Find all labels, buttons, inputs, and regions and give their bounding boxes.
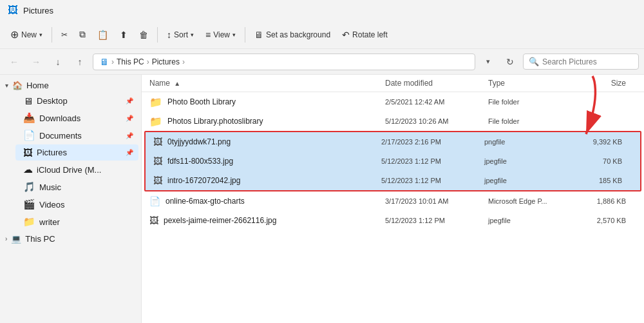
sidebar-group-this-pc[interactable]: › 💻 This PC xyxy=(0,231,141,246)
copy-button[interactable]: ⧉ xyxy=(74,26,91,43)
file-row[interactable]: 🖼 fdfs11-800x533.jpg 5/12/2023 1:12 PM j… xyxy=(146,152,640,171)
file-size: 9,392 KB xyxy=(574,138,632,146)
header-name[interactable]: Name ▲ xyxy=(149,79,385,88)
pin-icon: 📌 xyxy=(126,132,133,139)
sort-arrow-icon: ▲ xyxy=(174,80,180,87)
file-size: 1,886 KB xyxy=(578,197,636,205)
file-name: 0tyjjyyddwk71.png xyxy=(167,137,381,146)
file-name: Photo Booth Library xyxy=(167,97,385,106)
sidebar-item-label: iCloud Drive (M... xyxy=(37,165,101,175)
refresh-button[interactable]: ↻ xyxy=(501,53,519,71)
sidebar-item-label: Downloads xyxy=(39,113,80,123)
sort-chevron-icon: ▾ xyxy=(191,32,194,38)
file-type: pngfile xyxy=(484,138,574,146)
sidebar-item-label: Desktop xyxy=(37,96,68,106)
folder-icon: 📁 xyxy=(149,115,162,128)
sidebar-item-label: Music xyxy=(39,182,61,192)
delete-button[interactable]: 🗑 xyxy=(134,26,153,43)
cut-button[interactable]: ✂ xyxy=(56,27,73,43)
paste-icon: 📋 xyxy=(97,30,108,40)
sort-button[interactable]: ↕ Sort ▾ xyxy=(162,26,199,43)
home-icon: 🏠 xyxy=(12,81,23,90)
file-row[interactable]: 🖼 0tyjjyyddwk71.png 2/17/2023 2:16 PM pn… xyxy=(146,132,640,152)
address-path[interactable]: 🖥 › This PC › Pictures › xyxy=(93,54,475,70)
sidebar-item-downloads[interactable]: 📥 Downloads 📌 xyxy=(15,110,138,126)
view-button[interactable]: ≡ View ▾ xyxy=(200,26,241,43)
file-date: 3/17/2023 10:01 AM xyxy=(385,197,488,205)
dropdown-button[interactable]: ▾ xyxy=(479,53,497,71)
folder-icon: 📁 xyxy=(149,96,162,108)
file-size: 2,570 KB xyxy=(578,217,636,224)
view-icon: ≡ xyxy=(205,30,211,40)
sidebar-item-music[interactable]: 🎵 Music xyxy=(15,179,138,195)
file-date: 5/12/2023 1:12 PM xyxy=(381,177,484,184)
file-type: jpegfile xyxy=(488,217,578,224)
set-background-button[interactable]: 🖥 Set as background xyxy=(249,26,336,43)
header-type[interactable]: Type xyxy=(488,79,578,88)
view-chevron-icon: ▾ xyxy=(232,32,236,38)
breadcrumb-this-pc[interactable]: This PC xyxy=(117,57,144,66)
pdf-icon: 📄 xyxy=(149,196,160,206)
sidebar-item-desktop[interactable]: 🖥 Desktop 📌 xyxy=(15,93,138,109)
sidebar-item-label: writer xyxy=(39,217,60,227)
search-icon: 🔍 xyxy=(529,57,539,66)
pin-icon: 📌 xyxy=(126,97,133,104)
sidebar-item-videos[interactable]: 🎬 Videos xyxy=(15,196,138,213)
delete-icon: 🗑 xyxy=(139,30,148,40)
cut-icon: ✂ xyxy=(61,30,68,39)
back-button[interactable]: ← xyxy=(5,53,23,71)
search-input[interactable] xyxy=(542,57,633,66)
window-title: Pictures xyxy=(23,6,53,15)
set-background-icon: 🖥 xyxy=(254,30,263,40)
file-row[interactable]: 📁 Photos Library.photoslibrary 5/12/2023… xyxy=(142,112,644,131)
file-date: 2/5/2021 12:42 AM xyxy=(385,98,488,106)
down-button[interactable]: ↓ xyxy=(49,53,67,71)
share-button[interactable]: ⬆ xyxy=(115,26,133,43)
file-row[interactable]: 🖼 intro-1672072042.jpg 5/12/2023 1:12 PM… xyxy=(146,171,640,190)
file-row[interactable]: 📄 online-6max-gto-charts 3/17/2023 10:01… xyxy=(142,191,644,211)
separator-3 xyxy=(245,27,245,43)
paste-button[interactable]: 📋 xyxy=(92,26,113,43)
sidebar-item-icloud[interactable]: ☁ iCloud Drive (M... xyxy=(15,161,138,178)
sidebar-group-home[interactable]: ▾ 🏠 Home xyxy=(0,77,141,92)
file-list-header: Name ▲ Date modified Type Size xyxy=(142,75,644,92)
pin-icon: 📌 xyxy=(126,149,133,156)
file-name: Photos Library.photoslibrary xyxy=(167,117,385,126)
copy-icon: ⧉ xyxy=(79,29,86,40)
separator-2 xyxy=(157,27,158,43)
breadcrumb-icon: 🖥 xyxy=(100,57,109,67)
file-row[interactable]: 📁 Photo Booth Library 2/5/2021 12:42 AM … xyxy=(142,92,644,112)
home-chevron-icon: ▾ xyxy=(5,82,8,89)
file-type: File folder xyxy=(488,98,578,106)
pictures-icon: 🖼 xyxy=(23,147,33,158)
home-label: Home xyxy=(26,81,49,90)
search-box[interactable]: 🔍 xyxy=(523,54,639,70)
rotate-left-button[interactable]: ↶ Rotate left xyxy=(337,26,393,43)
this-pc-icon: 💻 xyxy=(11,234,21,244)
new-button[interactable]: ⊕ New ▾ xyxy=(5,25,48,44)
file-name: fdfs11-800x533.jpg xyxy=(167,157,381,166)
file-date: 5/12/2023 1:12 PM xyxy=(381,157,484,165)
header-date[interactable]: Date modified xyxy=(385,79,488,88)
sidebar-item-documents[interactable]: 📄 Documents 📌 xyxy=(15,127,138,144)
forward-button[interactable]: → xyxy=(27,53,45,71)
file-name: intro-1672072042.jpg xyxy=(167,176,381,185)
file-type: jpegfile xyxy=(484,177,574,184)
icloud-icon: ☁ xyxy=(23,164,33,175)
up-button[interactable]: ↑ xyxy=(71,53,89,71)
file-date: 5/12/2023 10:26 AM xyxy=(385,117,488,125)
file-size: 185 KB xyxy=(574,177,632,184)
header-size[interactable]: Size xyxy=(578,79,636,88)
file-row[interactable]: 🖼 pexels-jaime-reimer-2662116.jpg 5/12/2… xyxy=(142,211,644,230)
documents-icon: 📄 xyxy=(23,130,35,141)
sidebar-item-label: Videos xyxy=(39,200,65,210)
sidebar-item-pictures[interactable]: 🖼 Pictures 📌 xyxy=(15,144,138,161)
file-name: pexels-jaime-reimer-2662116.jpg xyxy=(164,216,385,225)
share-icon: ⬆ xyxy=(120,30,128,40)
downloads-icon: 📥 xyxy=(23,112,35,124)
breadcrumb-pictures[interactable]: Pictures xyxy=(152,57,180,66)
main-area: ▾ 🏠 Home 🖥 Desktop 📌 📥 Downloads 📌 📄 Do xyxy=(0,75,644,323)
desktop-icon: 🖥 xyxy=(23,95,33,106)
sidebar-item-writer[interactable]: 📁 writer xyxy=(15,213,138,230)
writer-icon: 📁 xyxy=(23,216,35,228)
